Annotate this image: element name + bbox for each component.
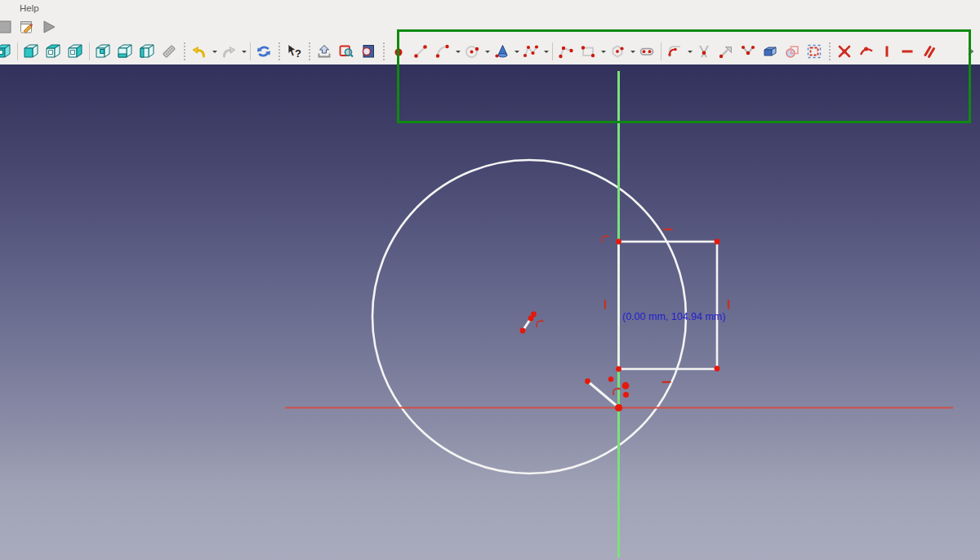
fillet-icon — [666, 43, 683, 60]
main-toolbar: ? — [0, 38, 980, 64]
axonometric-cube-icon — [0, 43, 11, 60]
bspline-icon — [523, 43, 539, 60]
axonometric-view-button[interactable] — [0, 41, 14, 62]
constrain-coincident-button[interactable] — [834, 41, 855, 62]
right-view-button[interactable] — [65, 41, 86, 62]
external-geometry-button[interactable] — [760, 41, 781, 62]
extend-edge-button[interactable] — [715, 41, 737, 62]
leave-sketch-button[interactable] — [314, 41, 335, 62]
trim-icon — [696, 43, 712, 60]
parallel-constraint-icon — [921, 43, 938, 60]
arc-dropdown-caret[interactable] — [454, 41, 461, 62]
create-bspline-button[interactable] — [520, 41, 541, 62]
coincident-icon — [836, 43, 853, 60]
front-cube-icon — [23, 43, 39, 60]
view-sketch-button[interactable] — [336, 41, 357, 62]
toolbar-separator — [89, 42, 90, 60]
split-edge-button[interactable] — [737, 41, 759, 62]
bottom-view-button[interactable] — [114, 41, 136, 62]
toolbar-overflow-button[interactable] — [961, 41, 979, 62]
macro-toolbar — [0, 16, 980, 38]
toolbar-separator — [250, 42, 251, 60]
undo-dropdown-caret[interactable] — [211, 41, 218, 62]
carbon-copy-icon — [784, 43, 800, 60]
trim-edge-button[interactable] — [693, 41, 715, 62]
arc-icon — [434, 43, 451, 60]
view-section-button[interactable] — [358, 41, 379, 62]
circle-dropdown-caret[interactable] — [483, 41, 491, 62]
fillet-dropdown-caret[interactable] — [686, 41, 693, 62]
front-view-button[interactable] — [20, 41, 42, 62]
toolbar-handle — [309, 42, 310, 60]
line-icon — [412, 43, 429, 60]
coordinate-tooltip: (0.00 mm, 104.94 mm) — [622, 311, 725, 322]
menu-bar: Help — [0, 0, 980, 16]
polygon-icon — [609, 43, 626, 60]
refresh-icon — [256, 43, 272, 60]
whats-this-cursor-icon: ? — [286, 43, 302, 60]
constrain-horizontal-button[interactable] — [897, 41, 918, 62]
top-view-button[interactable] — [42, 41, 64, 62]
toggle-construction-button[interactable] — [804, 41, 825, 62]
fillet-button[interactable] — [664, 41, 685, 62]
rear-view-button[interactable] — [92, 41, 114, 62]
ruler-icon — [161, 43, 177, 60]
create-conic-button[interactable] — [491, 41, 512, 62]
redo-icon — [220, 43, 237, 60]
polygon-dropdown-caret[interactable] — [629, 41, 636, 62]
create-polygon-button[interactable] — [607, 41, 628, 62]
create-circle-button[interactable] — [461, 41, 483, 62]
right-cube-icon — [67, 43, 83, 60]
redo-button[interactable] — [218, 41, 239, 62]
edit-macro-button[interactable] — [16, 16, 38, 38]
leave-sketch-icon — [316, 43, 332, 60]
create-point-button[interactable] — [388, 41, 409, 62]
question-glyph: ? — [295, 47, 301, 60]
toolbar-handle — [383, 42, 385, 60]
rear-cube-icon — [95, 43, 111, 60]
create-polyline-button[interactable] — [555, 41, 577, 62]
rectangle-dropdown-caret[interactable] — [599, 41, 607, 62]
redo-dropdown-caret[interactable] — [240, 41, 247, 62]
stop-macro-button[interactable] — [0, 16, 16, 38]
view-section-icon — [360, 43, 376, 60]
3d-viewport[interactable] — [0, 64, 980, 560]
undo-icon — [191, 43, 207, 60]
point-on-object-icon — [858, 43, 875, 60]
undo-button[interactable] — [189, 41, 210, 62]
left-cube-icon — [139, 43, 155, 60]
create-arc-button[interactable] — [432, 41, 453, 62]
toolbar-handle — [829, 42, 831, 60]
create-rectangle-button[interactable] — [577, 41, 599, 62]
refresh-button[interactable] — [253, 41, 274, 62]
constrain-point-on-object-button[interactable] — [856, 41, 877, 62]
create-line-button[interactable] — [410, 41, 431, 62]
bspline-dropdown-caret[interactable] — [542, 41, 550, 62]
view-sketch-icon — [338, 43, 354, 60]
rectangle-icon — [580, 43, 596, 60]
execute-macro-button[interactable] — [38, 16, 60, 38]
measure-distance-button[interactable] — [158, 41, 180, 62]
stop-icon — [0, 19, 13, 35]
play-icon — [41, 19, 57, 35]
bottom-cube-icon — [117, 43, 133, 60]
constrain-parallel-button[interactable] — [919, 41, 940, 62]
conic-dropdown-caret[interactable] — [513, 41, 520, 62]
toggle-construction-icon — [806, 43, 822, 60]
left-view-button[interactable] — [136, 41, 158, 62]
constrain-vertical-button[interactable] — [878, 41, 896, 62]
create-slot-button[interactable] — [636, 41, 657, 62]
menu-item-help[interactable]: Help — [20, 3, 39, 13]
toolbar-separator — [552, 42, 553, 60]
split-icon — [740, 43, 756, 60]
polyline-icon — [558, 43, 574, 60]
horizontal-constraint-icon — [899, 43, 915, 60]
whats-this-button[interactable]: ? — [283, 41, 305, 62]
extend-icon — [718, 43, 734, 60]
point-icon — [390, 43, 407, 60]
macro-edit-icon — [19, 19, 35, 35]
carbon-copy-button[interactable] — [782, 41, 803, 62]
freecad-window: Help — [0, 0, 980, 560]
toolbar-separator — [17, 42, 18, 60]
vertical-constraint-icon — [879, 43, 895, 60]
